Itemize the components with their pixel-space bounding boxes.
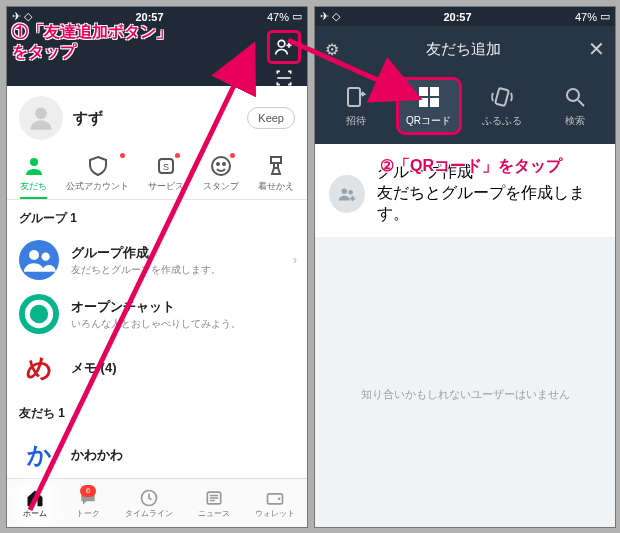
home-tabs: 友だち 公式アカウント S サービス スタンプ 着せかえ bbox=[7, 150, 307, 200]
tab-stamp[interactable]: スタンプ bbox=[203, 154, 239, 193]
phone-left: ✈︎◇ 20:57 47%▭ すず Keep 友だち 公式アカウント bbox=[6, 6, 308, 528]
svg-point-10 bbox=[27, 302, 50, 325]
row-openchat[interactable]: オープンチャットいろんな人とおしゃべりしてみよう。 bbox=[7, 287, 307, 341]
svg-rect-22 bbox=[435, 103, 438, 106]
nav-news[interactable]: ニュース bbox=[198, 488, 230, 519]
svg-rect-23 bbox=[495, 88, 509, 106]
header-right: ⚙ 友だち追加 ✕ bbox=[315, 26, 615, 72]
smile-icon bbox=[209, 154, 233, 178]
tab-official[interactable]: 公式アカウント bbox=[66, 154, 129, 193]
svg-text:S: S bbox=[163, 162, 169, 172]
svg-rect-16 bbox=[420, 88, 427, 95]
body-right: グループ作成 友だちとグループを作成します。 知り合いかもしれないユーザーはいま… bbox=[315, 150, 615, 528]
svg-point-8 bbox=[29, 250, 39, 260]
service-icon: S bbox=[154, 154, 178, 178]
status-bar-r: ✈︎◇ 20:57 47%▭ bbox=[315, 7, 615, 26]
shield-icon bbox=[86, 154, 110, 178]
avatar-icon bbox=[19, 96, 63, 140]
profile-row[interactable]: すず Keep bbox=[7, 86, 307, 150]
svg-point-0 bbox=[278, 40, 285, 47]
group-header: グループ 1 bbox=[7, 200, 307, 233]
scan-button[interactable] bbox=[270, 64, 298, 92]
tab-service[interactable]: S サービス bbox=[148, 154, 184, 193]
svg-rect-20 bbox=[435, 99, 438, 102]
tab-friends[interactable]: 友だち bbox=[20, 154, 47, 193]
svg-rect-19 bbox=[431, 99, 434, 102]
svg-point-24 bbox=[567, 89, 579, 101]
svg-rect-17 bbox=[431, 88, 438, 95]
svg-point-6 bbox=[217, 163, 219, 165]
search-icon bbox=[562, 84, 588, 110]
annotation-step1: ①「友達追加ボタン」 をタップ bbox=[12, 22, 172, 62]
wifi-icon: ◇ bbox=[332, 10, 340, 23]
method-shake[interactable]: ふるふる bbox=[472, 80, 532, 132]
svg-point-5 bbox=[212, 157, 230, 175]
svg-rect-21 bbox=[431, 103, 434, 106]
svg-point-25 bbox=[341, 188, 347, 194]
battery-icon: ▭ bbox=[600, 10, 610, 23]
empty-message: 知り合いかもしれないユーザーはいません bbox=[315, 387, 615, 402]
bottom-nav: ホーム 6 トーク タイムライン ニュース ウォレット bbox=[7, 478, 307, 527]
method-search[interactable]: 検索 bbox=[545, 80, 605, 132]
status-time: 20:57 bbox=[135, 11, 163, 23]
battery-pct: 47% bbox=[267, 11, 289, 23]
row-memo[interactable]: め メモ (4) bbox=[7, 341, 307, 395]
keep-button[interactable]: Keep bbox=[247, 107, 295, 129]
svg-rect-15 bbox=[348, 88, 360, 106]
svg-point-14 bbox=[277, 497, 280, 500]
invite-icon bbox=[343, 84, 369, 110]
method-invite[interactable]: 招待 bbox=[326, 80, 386, 132]
method-qr[interactable]: QRコード bbox=[399, 80, 459, 132]
airplane-icon: ✈︎ bbox=[320, 10, 329, 23]
svg-point-26 bbox=[348, 189, 353, 194]
shake-icon bbox=[489, 84, 515, 110]
group-create-icon bbox=[329, 175, 365, 213]
gear-icon[interactable]: ⚙ bbox=[325, 40, 339, 59]
memo-icon: め bbox=[19, 348, 59, 388]
chevron-right-icon: › bbox=[293, 253, 297, 267]
friend-avatar: か bbox=[19, 435, 59, 475]
nav-wallet[interactable]: ウォレット bbox=[255, 488, 295, 519]
profile-name: すず bbox=[73, 109, 237, 128]
nav-home[interactable]: ホーム bbox=[19, 486, 51, 521]
phone-right: ✈︎◇ 20:57 47%▭ ⚙ 友だち追加 ✕ 招待 QRコード ふるふる 検… bbox=[314, 6, 616, 528]
add-friend-button[interactable] bbox=[267, 30, 301, 64]
friends-header: 友だち 1 bbox=[7, 395, 307, 428]
nav-talk[interactable]: 6 トーク bbox=[76, 488, 100, 519]
qr-icon bbox=[416, 84, 442, 110]
group-icon bbox=[19, 240, 59, 280]
brush-icon bbox=[264, 154, 288, 178]
svg-point-9 bbox=[42, 253, 50, 261]
openchat-icon bbox=[19, 294, 59, 334]
method-row: 招待 QRコード ふるふる 検索 bbox=[315, 72, 615, 144]
row-friend[interactable]: か かわかわ bbox=[7, 428, 307, 482]
tab-theme[interactable]: 着せかえ bbox=[258, 154, 294, 193]
svg-point-7 bbox=[223, 163, 225, 165]
page-title: 友だち追加 bbox=[426, 40, 501, 59]
battery-icon: ▭ bbox=[292, 10, 302, 23]
status-time-r: 20:57 bbox=[443, 11, 471, 23]
nav-timeline[interactable]: タイムライン bbox=[125, 488, 173, 519]
close-icon[interactable]: ✕ bbox=[588, 37, 605, 61]
svg-point-1 bbox=[35, 108, 47, 120]
row-group-create[interactable]: グループ作成友だちとグループを作成します。 › bbox=[7, 233, 307, 287]
svg-rect-18 bbox=[420, 99, 427, 106]
svg-point-2 bbox=[30, 158, 38, 166]
annotation-step2: ②「QRコード」をタップ bbox=[380, 156, 562, 176]
person-icon bbox=[22, 154, 46, 178]
